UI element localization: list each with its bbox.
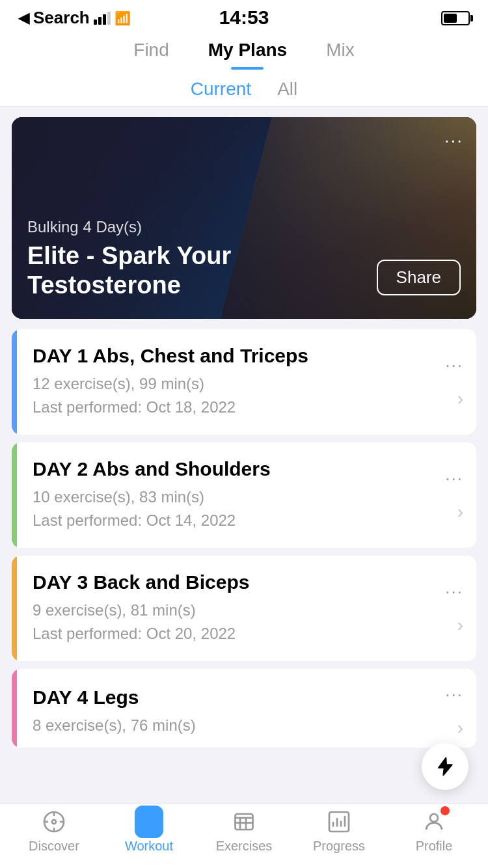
progress-tab-label: Progress: [313, 839, 365, 854]
exercises-tab-label: Exercises: [216, 839, 273, 854]
sidebar-item-exercises[interactable]: Exercises: [205, 807, 283, 854]
signal-icon: [94, 12, 111, 25]
profile-icon: [420, 807, 448, 836]
sidebar-item-profile[interactable]: Profile: [395, 807, 473, 854]
sub-tabs: Current All: [0, 70, 488, 107]
exercises-icon: [230, 807, 258, 836]
hero-more-button[interactable]: ···: [444, 130, 463, 151]
day3-actions: ··· ›: [445, 582, 463, 636]
day2-chevron-icon: ›: [457, 502, 463, 522]
float-action-button[interactable]: [422, 743, 468, 790]
day2-accent: [12, 442, 17, 548]
day2-exercises: 10 exercise(s), 83 min(s): [33, 485, 445, 509]
tab-myplans[interactable]: My Plans: [208, 40, 287, 70]
subtab-current[interactable]: Current: [191, 79, 251, 100]
day4-more-button[interactable]: ···: [445, 685, 463, 705]
day1-exercises: 12 exercise(s), 99 min(s): [33, 372, 445, 396]
bolt-icon: [435, 756, 455, 777]
discover-tab-label: Discover: [29, 839, 79, 854]
carrier-label: Search: [33, 8, 90, 28]
table-row[interactable]: DAY 2 Abs and Shoulders 10 exercise(s), …: [12, 442, 476, 548]
status-time: 14:53: [219, 7, 269, 29]
day4-actions: ··· ›: [445, 685, 463, 739]
hero-share-button[interactable]: Share: [377, 260, 461, 295]
table-row[interactable]: DAY 4 Legs 8 exercise(s), 76 min(s) ··· …: [12, 669, 476, 748]
day2-actions: ··· ›: [445, 468, 463, 522]
day4-chevron-icon: ›: [457, 718, 463, 739]
day3-chevron-icon: ›: [457, 615, 463, 636]
day1-more-button[interactable]: ···: [445, 355, 463, 375]
day1-accent: [12, 329, 17, 435]
day1-content: DAY 1 Abs, Chest and Triceps 12 exercise…: [33, 345, 445, 419]
carrier-signal: ◀ Search 📶: [18, 8, 131, 28]
workout-tab-label: Workout: [125, 839, 173, 854]
day3-exercises: 9 exercise(s), 81 min(s): [33, 599, 445, 622]
tab-find[interactable]: Find: [133, 40, 169, 70]
sidebar-item-progress[interactable]: Progress: [300, 807, 378, 854]
bottom-tab-bar: Discover Workout Exercises: [0, 803, 488, 868]
day2-more-button[interactable]: ···: [445, 468, 463, 489]
profile-notification-dot: [441, 806, 450, 815]
day1-actions: ··· ›: [445, 355, 463, 409]
day4-content: DAY 4 Legs 8 exercise(s), 76 min(s): [33, 686, 445, 737]
day2-content: DAY 2 Abs and Shoulders 10 exercise(s), …: [33, 458, 445, 532]
hero-subtitle: Bulking 4 Day(s): [27, 218, 249, 236]
day4-accent: [12, 669, 17, 748]
hero-content: Bulking 4 Day(s) Elite - Spark Your Test…: [12, 202, 264, 319]
svg-rect-6: [236, 814, 253, 830]
day-cards-list: DAY 1 Abs, Chest and Triceps 12 exercise…: [0, 329, 488, 748]
battery-area: [441, 11, 470, 25]
progress-icon: [325, 807, 353, 836]
table-row[interactable]: DAY 3 Back and Biceps 9 exercise(s), 81 …: [12, 556, 476, 661]
day1-last-performed: Last performed: Oct 18, 2022: [33, 396, 445, 419]
sidebar-item-discover[interactable]: Discover: [15, 807, 93, 854]
day3-more-button[interactable]: ···: [445, 582, 463, 602]
day2-title: DAY 2 Abs and Shoulders: [33, 458, 445, 480]
day1-chevron-icon: ›: [457, 388, 463, 409]
day4-exercises: 8 exercise(s), 76 min(s): [33, 714, 445, 737]
day3-last-performed: Last performed: Oct 20, 2022: [33, 622, 445, 645]
tab-mix[interactable]: Mix: [326, 40, 355, 70]
table-row[interactable]: DAY 1 Abs, Chest and Triceps 12 exercise…: [12, 329, 476, 435]
day4-title: DAY 4 Legs: [33, 686, 445, 709]
workout-icon: [135, 807, 163, 836]
discover-icon: [40, 807, 68, 836]
nav-tabs: Find My Plans Mix: [0, 33, 488, 70]
svg-point-16: [430, 814, 438, 822]
day1-title: DAY 1 Abs, Chest and Triceps: [33, 345, 445, 367]
day3-title: DAY 3 Back and Biceps: [33, 571, 445, 593]
battery-icon: [441, 11, 470, 25]
status-bar: ◀ Search 📶 14:53: [0, 0, 488, 33]
hero-title: Elite - Spark Your Testosterone: [27, 241, 249, 301]
day2-last-performed: Last performed: Oct 14, 2022: [33, 509, 445, 532]
sidebar-item-workout[interactable]: Workout: [110, 807, 188, 854]
svg-point-1: [52, 820, 56, 824]
day3-content: DAY 3 Back and Biceps 9 exercise(s), 81 …: [33, 571, 445, 645]
hero-card[interactable]: Bulking 4 Day(s) Elite - Spark Your Test…: [12, 117, 476, 319]
back-arrow: ◀: [18, 10, 29, 27]
subtab-all[interactable]: All: [277, 79, 297, 100]
wifi-icon: 📶: [115, 10, 131, 26]
profile-tab-label: Profile: [416, 839, 453, 854]
day3-accent: [12, 556, 17, 661]
svg-rect-11: [329, 812, 349, 832]
